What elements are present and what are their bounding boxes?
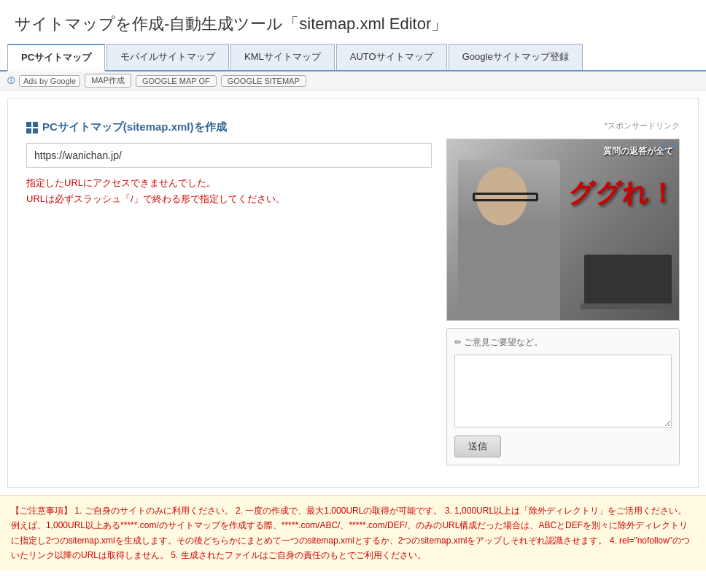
notice-bar: 【ご注意事項】 1. ご自身のサイトのみに利用ください。 2. 一度の作成で、最… (0, 495, 706, 570)
ads-google-label: Ads by Google (19, 75, 80, 87)
ad-image-inner: 質問の返答が全て ググれ！ ⓘ × (447, 139, 679, 320)
error-message: 指定したURLにアクセスできませんでした。 URLは必ずスラッシュ「/」で終わる… (26, 175, 432, 207)
sponsor-label: *スポンサードリンク (446, 120, 680, 131)
ad-info-btn[interactable]: ⓘ (659, 141, 668, 153)
ad-info-icon: ⓘ (7, 76, 15, 86)
ad-bar: ⓘ Ads by Google MAP作成 GOOGLE MAP OF GOOG… (0, 71, 706, 90)
tab-mobile[interactable]: モバイルサイトマップ (106, 44, 229, 70)
google-sitemap-button[interactable]: GOOGLE SITEMAP (221, 75, 306, 87)
ad-close-btn[interactable]: × (671, 141, 676, 153)
feedback-box: ✏ ご意見ご要望など。 送信 (446, 328, 680, 465)
url-input[interactable] (26, 143, 432, 168)
ad-controls: ⓘ × (659, 141, 676, 153)
svg-rect-2 (26, 128, 31, 134)
grid-icon (26, 122, 38, 134)
google-map-of-button[interactable]: GOOGLE MAP OF (136, 75, 217, 87)
page-title: サイトマップを作成-自動生成ツール「sitemap.xml Editor」 (0, 0, 706, 44)
svg-rect-0 (26, 122, 31, 127)
svg-rect-3 (33, 128, 38, 134)
feedback-submit-button[interactable]: 送信 (454, 436, 501, 457)
ad-image: 質問の返答が全て ググれ！ ⓘ × (446, 139, 680, 321)
section-title-text: PCサイトマップ(sitemap.xml)を作成 (42, 120, 227, 134)
map-create-button[interactable]: MAP作成 (85, 74, 131, 88)
main-wrapper: PCサイトマップ(sitemap.xml)を作成 指定したURLにアクセスできま… (7, 98, 699, 488)
left-panel: PCサイトマップ(sitemap.xml)を作成 指定したURLにアクセスできま… (26, 120, 432, 465)
tab-google[interactable]: Googleサイトマップ登録 (449, 44, 583, 70)
feedback-textarea[interactable] (454, 355, 672, 428)
section-title: PCサイトマップ(sitemap.xml)を作成 (26, 120, 432, 134)
tab-pc[interactable]: PCサイトマップ (7, 44, 105, 71)
ad-text-big: ググれ！ (568, 176, 675, 212)
svg-rect-1 (33, 122, 38, 127)
tab-auto[interactable]: AUTOサイトマップ (336, 44, 447, 70)
main-content: PCサイトマップ(sitemap.xml)を作成 指定したURLにアクセスできま… (19, 109, 687, 476)
error-line1: 指定したURLにアクセスできませんでした。 (26, 175, 432, 191)
tabs-bar: PCサイトマップ モバイルサイトマップ KMLサイトマップ AUTOサイトマップ… (0, 44, 706, 71)
feedback-title: ✏ ご意見ご要望など。 (454, 336, 672, 349)
right-panel: *スポンサードリンク (446, 120, 680, 465)
error-line2: URLは必ずスラッシュ「/」で終わる形で指定してください。 (26, 191, 432, 207)
tab-kml[interactable]: KMLサイトマップ (230, 44, 335, 70)
